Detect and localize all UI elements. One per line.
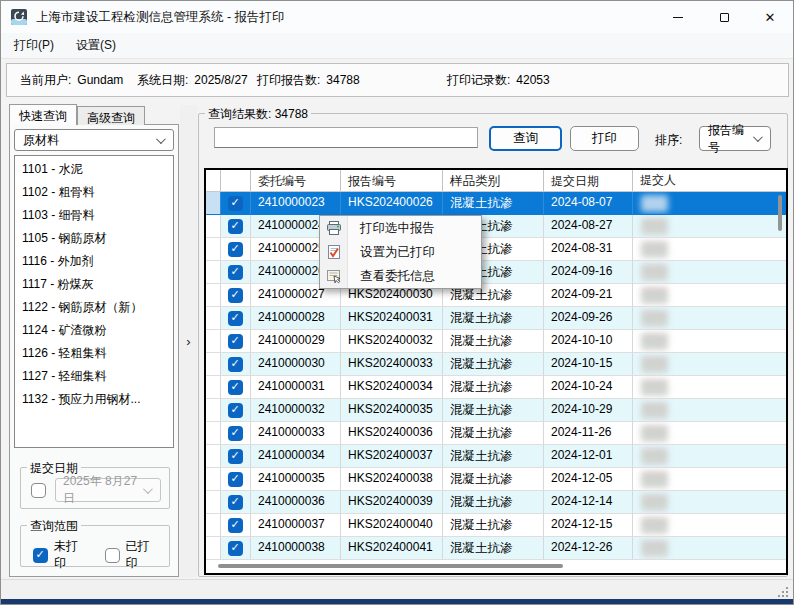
row-selector-cell[interactable] [206,514,221,537]
header-entrust-no[interactable]: 委托编号 [251,170,341,191]
row-selector-cell[interactable] [206,376,221,399]
list-item[interactable]: 1105 - 钢筋原材 [15,227,173,250]
row-selector-cell[interactable] [206,192,221,215]
query-button[interactable]: 查询 [489,126,562,151]
row-selector-cell[interactable] [206,468,221,491]
unprinted-checkbox[interactable] [33,548,48,563]
left-tabstrip: 快速查询 高级查询 [9,104,145,125]
maximize-button[interactable] [701,1,747,33]
submitter-cell [633,307,786,330]
menu-print[interactable]: 打印(P) [5,33,63,58]
submitter-cell [633,330,786,353]
row-checkbox[interactable] [228,311,243,326]
table-row[interactable]: 2410000033HKS202400036混凝土抗渗2024-11-26 [206,422,786,445]
tab-advanced-query[interactable]: 高级查询 [77,106,145,125]
close-button[interactable]: ✕ [747,1,793,33]
row-checkbox[interactable] [228,472,243,487]
row-checkbox[interactable] [228,541,243,556]
print-button[interactable]: 打印 [570,126,639,151]
printed-checkbox[interactable] [105,548,120,563]
row-checkbox[interactable] [228,265,243,280]
table-row[interactable]: 2410000028HKS202400031混凝土抗渗2024-09-26 [206,307,786,330]
header-submit-date[interactable]: 提交日期 [544,170,633,191]
context-menu-item-mark-printed[interactable]: 设置为已打印 [320,240,481,264]
context-menu-item-print-selected[interactable]: 打印选中报告 [320,216,481,240]
row-selector-cell[interactable] [206,353,221,376]
sort-dropdown[interactable]: 报告编号 [699,126,771,151]
list-item[interactable]: 1117 - 粉煤灰 [15,273,173,296]
row-checkbox[interactable] [228,426,243,441]
list-item[interactable]: 1116 - 外加剂 [15,250,173,273]
row-checkbox[interactable] [228,403,243,418]
menu-settings[interactable]: 设置(S) [67,33,125,58]
entrust-no-cell: 2410000032 [251,399,341,422]
row-selector-cell[interactable] [206,422,221,445]
list-item[interactable]: 1103 - 细骨料 [15,204,173,227]
row-checkbox[interactable] [228,219,243,234]
table-row[interactable]: 2410000027HKS202400030混凝土抗渗2024-09-21 [206,284,786,307]
table-row[interactable]: 2410000023HKS202400026混凝土抗渗2024-08-07 [206,192,786,215]
horizontal-scrollbar[interactable] [218,564,563,568]
tab-quick-query[interactable]: 快速查询 [9,104,77,125]
printed-option[interactable]: 已打印 [105,538,160,572]
table-row[interactable]: 2410000038HKS202400041混凝土抗渗2024-12-26 [206,537,786,560]
row-selector-cell[interactable] [206,399,221,422]
table-row[interactable]: 2410000030HKS202400033混凝土抗渗2024-10-15 [206,353,786,376]
row-checkbox[interactable] [228,357,243,372]
row-checkbox[interactable] [228,449,243,464]
row-selector-cell[interactable] [206,537,221,560]
context-menu-item-view-entrust[interactable]: 查看委托信息 [320,264,481,288]
chevron-down-icon [156,134,166,144]
table-row[interactable]: 2410000029HKS202400032混凝土抗渗2024-10-10 [206,330,786,353]
row-checkbox[interactable] [228,196,243,211]
search-input[interactable] [214,127,478,148]
submitter-cell [633,537,786,560]
table-row[interactable]: 2410000026混凝土抗渗2024-09-16 [206,261,786,284]
report-no-cell: HKS202400031 [341,307,443,330]
list-item[interactable]: 1124 - 矿渣微粉 [15,319,173,342]
submit-date-cell: 2024-10-24 [544,376,633,399]
list-item[interactable]: 1122 - 钢筋原材（新） [15,296,173,319]
header-sample-type[interactable]: 样品类别 [443,170,544,191]
row-selector-cell[interactable] [206,307,221,330]
row-selector-cell[interactable] [206,215,221,238]
table-row[interactable]: 2410000032HKS202400035混凝土抗渗2024-10-29 [206,399,786,422]
table-row[interactable]: 2410000024混凝土抗渗2024-08-27 [206,215,786,238]
list-item[interactable]: 1127 - 轻细集料 [15,365,173,388]
row-selector-cell[interactable] [206,330,221,353]
header-report-no[interactable]: 报告编号 [341,170,443,191]
row-selector-cell[interactable] [206,261,221,284]
row-checkbox[interactable] [228,518,243,533]
list-item[interactable]: 1101 - 水泥 [15,158,173,181]
row-selector-cell[interactable] [206,284,221,307]
row-selector-cell[interactable] [206,238,221,261]
header-submitter[interactable]: 提交人 [633,170,786,191]
row-checkbox[interactable] [228,242,243,257]
row-checkbox[interactable] [228,334,243,349]
table-row[interactable]: 2410000037HKS202400040混凝土抗渗2024-12-15 [206,514,786,537]
list-item[interactable]: 1102 - 粗骨料 [15,181,173,204]
row-checkbox[interactable] [228,380,243,395]
list-item[interactable]: 1132 - 预应力用钢材... [15,388,173,411]
table-row[interactable]: 2410000035HKS202400038混凝土抗渗2024-12-05 [206,468,786,491]
panel-splitter[interactable]: › [180,105,197,577]
table-row[interactable]: 2410000025混凝土抗渗2024-08-31 [206,238,786,261]
row-selector-cell[interactable] [206,445,221,468]
list-item[interactable]: 1126 - 轻粗集料 [15,342,173,365]
vertical-scrollbar[interactable] [778,195,782,231]
chevron-down-icon [143,484,153,494]
table-row[interactable]: 2410000034HKS202400037混凝土抗渗2024-12-01 [206,445,786,468]
table-row[interactable]: 2410000036HKS202400039混凝土抗渗2024-12-14 [206,491,786,514]
header-checkbox[interactable] [221,170,251,191]
submit-date-picker[interactable]: 2025年 8月27日 [55,478,161,502]
minimize-button[interactable] [655,1,701,33]
resize-grip[interactable] [778,587,788,597]
collapse-arrow-icon[interactable]: › [186,334,190,349]
category-dropdown[interactable]: 原材料 [14,129,174,151]
row-checkbox[interactable] [228,288,243,303]
row-checkbox[interactable] [228,495,243,510]
unprinted-option[interactable]: 未打印 [33,538,88,572]
row-selector-cell[interactable] [206,491,221,514]
submit-date-checkbox[interactable] [31,483,46,498]
table-row[interactable]: 2410000031HKS202400034混凝土抗渗2024-10-24 [206,376,786,399]
